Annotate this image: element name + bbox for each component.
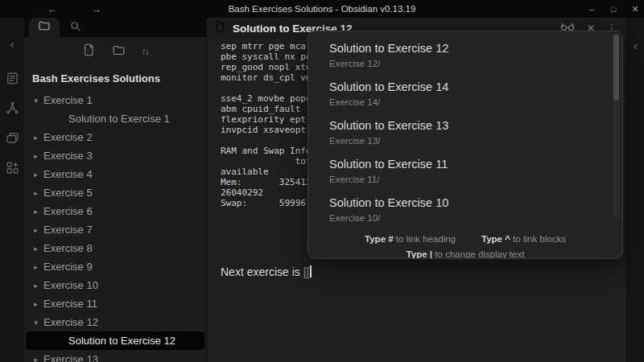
suggestion-title: Solution to Exercise 13	[329, 118, 601, 133]
suggestion-title: Solution to Exercise 10	[329, 195, 601, 210]
close-icon[interactable]: ✕	[630, 4, 641, 14]
link-suggestion-popup: Solution to Exercise 12 Exercise 12/ Sol…	[308, 31, 623, 259]
file-tree: ▾ Exercise 1 Solution to Exercise 1 ▸ Ex…	[24, 91, 206, 362]
suggestion-path: Exercise 14/	[329, 97, 601, 108]
tree-item-exercise-3[interactable]: ▸ Exercise 3	[24, 146, 206, 165]
graph-view-icon[interactable]	[6, 101, 19, 115]
tree-item-exercise-11[interactable]: ▸ Exercise 11	[24, 294, 206, 313]
expand-arrow-icon: ▸	[31, 226, 41, 234]
tree-item-label: Exercise 13	[43, 353, 98, 362]
tree-item-label: Exercise 10	[43, 279, 98, 291]
expand-arrow-icon: ▸	[31, 152, 41, 160]
tree-item-label: Exercise 12	[43, 316, 98, 328]
text-cursor	[310, 265, 312, 278]
tree-item-label: Exercise 11	[43, 298, 97, 310]
expand-arrow-icon: ▸	[31, 300, 41, 308]
suggestion-item[interactable]: Solution to Exercise 14 Exercise 14/	[308, 74, 622, 113]
tab-search[interactable]	[60, 18, 90, 37]
tree-item-label: Exercise 2	[43, 131, 93, 143]
tree-item-exercise-1[interactable]: ▾ Exercise 1	[24, 91, 206, 109]
left-ribbon: ‹	[0, 18, 24, 362]
popup-hints: Type # to link heading Type ^ to link bl…	[308, 228, 622, 259]
tree-item-label: Exercise 6	[43, 205, 93, 217]
sidebar-tab-bar	[24, 18, 206, 37]
ribbon-icon-stack	[6, 72, 19, 175]
expand-arrow-icon: ▾	[31, 319, 41, 327]
expand-arrow-icon: ▸	[31, 282, 41, 290]
blocks-grid-icon[interactable]	[6, 161, 19, 175]
tab-file-explorer[interactable]	[29, 18, 60, 37]
hint-link-blocks: Type ^ to link blocks	[481, 234, 566, 244]
tree-item-label: Exercise 1	[43, 94, 93, 106]
maximize-icon[interactable]: □	[608, 4, 619, 14]
suggestion-item[interactable]: Solution to Exercise 13 Exercise 13/	[308, 113, 622, 151]
expand-arrow-icon: ▸	[31, 134, 41, 142]
back-arrow-icon[interactable]: ←	[47, 3, 57, 15]
tree-item-label: Solution to Exercise 12	[68, 335, 175, 347]
suggestion-path: Exercise 10/	[329, 212, 601, 224]
expand-arrow-icon: ▸	[31, 263, 41, 271]
right-sidebar-strip: ‹	[626, 18, 644, 362]
tree-item-exercise-5[interactable]: ▸ Exercise 5	[24, 183, 206, 202]
tree-item-label: Exercise 9	[43, 261, 93, 273]
quick-switcher-icon[interactable]	[6, 72, 19, 85]
window-title: Bash Exercises Solutions - Obsidian v0.1…	[229, 4, 416, 14]
expand-arrow-icon: ▸	[31, 208, 41, 216]
tree-item-label: Exercise 3	[43, 150, 93, 162]
stacked-notes-icon[interactable]	[6, 131, 19, 145]
suggestion-item[interactable]: Solution to Exercise 10 Exercise 10/	[308, 190, 622, 228]
nav-arrows: ← →	[47, 0, 101, 18]
expand-right-sidebar-icon[interactable]: ‹	[634, 39, 638, 52]
suggestion-path: Exercise 13/	[329, 135, 601, 146]
editor-pane: Solution to Exercise 12 ✕ ⋮ sep mtrr pge…	[207, 18, 626, 362]
new-folder-icon[interactable]	[112, 43, 126, 60]
hint-row: Type | to change display text	[316, 249, 614, 259]
popup-scrollbar-thumb[interactable]	[613, 35, 619, 101]
suggestion-path: Exercise 11/	[329, 174, 601, 185]
suggestion-item[interactable]: Solution to Exercise 11 Exercise 11/	[308, 151, 622, 190]
tree-item-exercise-4[interactable]: ▸ Exercise 4	[24, 165, 206, 183]
app-window: ‹	[0, 18, 644, 362]
expand-arrow-icon: ▸	[31, 189, 41, 197]
titlebar: ← → Bash Exercises Solutions - Obsidian …	[0, 0, 644, 18]
collapse-left-sidebar-icon[interactable]: ‹	[10, 37, 14, 51]
tree-item-label: Exercise 5	[43, 187, 93, 199]
tree-item-label: Exercise 7	[43, 224, 93, 236]
minimize-icon[interactable]: –	[586, 4, 597, 14]
tree-item-label: Exercise 8	[43, 242, 93, 254]
suggestion-item[interactable]: Solution to Exercise 12 Exercise 12/	[308, 35, 622, 74]
editing-line[interactable]: Next exercise is [[	[221, 265, 312, 278]
hint-row: Type # to link heading Type ^ to link bl…	[316, 234, 614, 244]
sort-order-icon[interactable]: ↑↓	[142, 46, 148, 57]
note-file-icon	[215, 21, 226, 35]
wikilink-brackets: [[	[303, 265, 310, 278]
prompt-text: Next exercise is	[221, 265, 303, 278]
tree-item-exercise-2[interactable]: ▸ Exercise 2	[24, 128, 206, 146]
suggestion-list: Solution to Exercise 12 Exercise 12/ Sol…	[308, 31, 622, 228]
tree-item-exercise-6[interactable]: ▸ Exercise 6	[24, 202, 206, 220]
expand-arrow-icon: ▸	[31, 171, 41, 179]
tree-item-solution-1[interactable]: Solution to Exercise 1	[24, 109, 206, 128]
tree-item-solution-12-selected[interactable]: Solution to Exercise 12	[26, 331, 204, 350]
new-note-icon[interactable]	[83, 43, 96, 60]
vault-title: Bash Exercises Solutions	[24, 66, 206, 91]
expand-arrow-icon: ▾	[31, 97, 41, 105]
window-controls: – □ ✕	[586, 0, 641, 18]
hint-display-text: Type | to change display text	[407, 249, 525, 259]
suggestion-path: Exercise 12/	[329, 58, 601, 69]
folder-icon	[38, 19, 51, 35]
expand-arrow-icon: ▸	[31, 245, 41, 253]
tree-item-exercise-13[interactable]: ▸ Exercise 13	[24, 350, 206, 362]
tree-item-exercise-9[interactable]: ▸ Exercise 9	[24, 257, 206, 276]
tree-item-label: Solution to Exercise 1	[68, 113, 170, 125]
tree-item-label: Exercise 4	[43, 168, 93, 180]
expand-arrow-icon: ▸	[31, 356, 41, 362]
tree-item-exercise-8[interactable]: ▸ Exercise 8	[24, 239, 206, 257]
hint-link-heading: Type # to link heading	[365, 234, 456, 244]
tree-item-exercise-10[interactable]: ▸ Exercise 10	[24, 276, 206, 294]
forward-arrow-icon[interactable]: →	[91, 3, 101, 15]
tree-item-exercise-12[interactable]: ▾ Exercise 12	[24, 313, 206, 331]
tree-item-exercise-7[interactable]: ▸ Exercise 7	[24, 220, 206, 239]
suggestion-title: Solution to Exercise 14	[329, 80, 601, 94]
suggestion-title: Solution to Exercise 11	[329, 157, 601, 171]
